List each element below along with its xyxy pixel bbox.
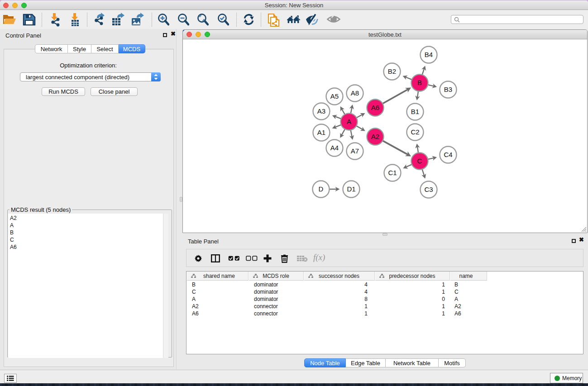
svg-text:C2: C2	[411, 128, 419, 136]
svg-text:A1: A1	[317, 129, 325, 136]
svg-text:B: B	[417, 79, 422, 86]
svg-text:A4: A4	[330, 144, 339, 152]
svg-text:A3: A3	[317, 107, 325, 115]
svg-text:B3: B3	[444, 86, 452, 93]
svg-text:B2: B2	[388, 67, 396, 75]
svg-text:B1: B1	[411, 108, 419, 115]
svg-text:A2: A2	[371, 133, 379, 140]
svg-text:A: A	[347, 118, 351, 125]
svg-text:D1: D1	[347, 185, 355, 193]
svg-text:B4: B4	[425, 51, 433, 58]
svg-text:C4: C4	[444, 151, 452, 158]
svg-text:C: C	[417, 157, 422, 165]
svg-text:A5: A5	[330, 92, 339, 100]
svg-text:D: D	[319, 185, 324, 193]
svg-text:C1: C1	[388, 169, 397, 176]
svg-text:A7: A7	[351, 147, 359, 155]
svg-text:A6: A6	[371, 104, 379, 111]
svg-text:C3: C3	[424, 186, 433, 193]
svg-text:A8: A8	[351, 89, 359, 97]
